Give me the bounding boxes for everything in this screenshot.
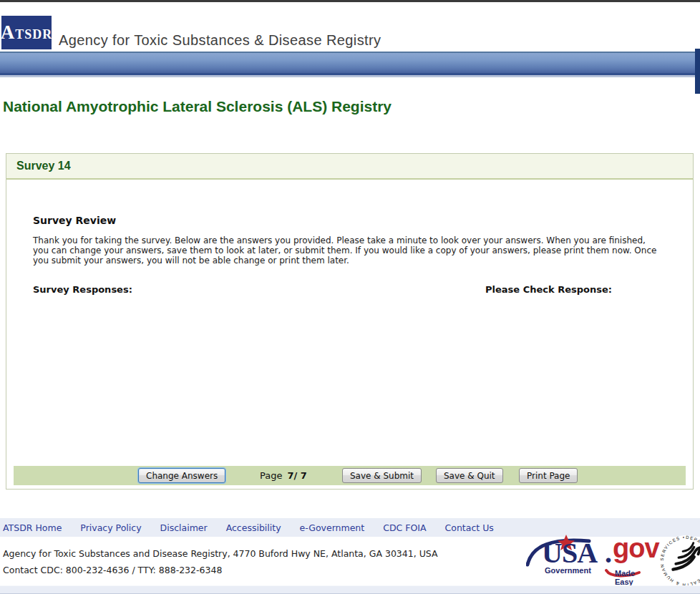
- footer-link-disclaimer[interactable]: Disclaimer: [160, 522, 208, 533]
- footer-address-line: Agency for Toxic Substances and Disease …: [3, 545, 438, 562]
- usagov-usa-text: USA: [542, 536, 597, 570]
- survey-intro-text: Thank you for taking the survey. Below a…: [33, 235, 657, 266]
- usagov-gov-text: gov: [613, 533, 659, 564]
- survey-panel: Survey 14 Survey Review Thank you for ta…: [6, 153, 694, 490]
- masthead: ATSDR Agency for Toxic Substances & Dise…: [0, 2, 700, 52]
- survey-panel-header: Survey 14: [6, 154, 693, 180]
- page-title: National Amyotrophic Lateral Sclerosis (…: [3, 98, 392, 115]
- page-indicator-label: Page: [260, 470, 282, 481]
- page-root: ATSDR Agency for Toxic Substances & Dise…: [0, 0, 700, 594]
- survey-review-heading: Survey Review: [33, 215, 116, 226]
- survey-responses-label: Survey Responses:: [33, 284, 132, 295]
- footer-link-e-government[interactable]: e-Government: [300, 522, 365, 533]
- blue-nav-bar-underline: [0, 75, 700, 77]
- footer-link-accessibility[interactable]: Accessibility: [226, 522, 281, 533]
- usagov-tagline-government: Government: [545, 566, 591, 575]
- footer-contact-line: Contact CDC: 800-232-4636 / TTY: 888-232…: [3, 562, 438, 578]
- change-answers-button[interactable]: Change Answers: [138, 468, 225, 483]
- footer-link-privacy-policy[interactable]: Privacy Policy: [80, 522, 141, 533]
- survey-panel-title: Survey 14: [16, 160, 71, 172]
- footer-link-atsdr-home[interactable]: ATSDR Home: [3, 522, 62, 533]
- save-and-submit-button[interactable]: Save & Submit: [342, 468, 422, 483]
- page-indicator-value: 7/ 7: [287, 470, 306, 481]
- please-check-response-label: Please Check Response:: [485, 284, 612, 295]
- print-page-button[interactable]: Print Page: [519, 468, 578, 483]
- blue-nav-bar: [0, 52, 700, 75]
- atsdr-logo-label: ATSDR: [1, 21, 53, 44]
- footer-link-cdc-foia[interactable]: CDC FOIA: [383, 522, 426, 533]
- bottom-strip: [0, 585, 700, 594]
- save-and-quit-button[interactable]: Save & Quit: [436, 468, 503, 483]
- usagov-tagline-made-easy: Made Easy: [615, 569, 653, 586]
- usagov-dot-text: .: [605, 536, 612, 570]
- footer-address: Agency for Toxic Substances and Disease …: [3, 545, 438, 578]
- hhs-seal-icon[interactable]: DEPARTMENT OF HEALTH & HUMAN SERVICES • …: [657, 533, 700, 589]
- blue-nav-bar-endcap: [695, 49, 700, 94]
- survey-action-bar: Change Answers Page7/ 7 Save & Submit Sa…: [14, 466, 686, 485]
- page-indicator: Page7/ 7: [260, 470, 307, 481]
- footer-link-contact-us[interactable]: Contact Us: [445, 522, 494, 533]
- usagov-logo[interactable]: USA . gov Government Made Easy: [526, 535, 653, 583]
- agency-name-text: Agency for Toxic Substances & Disease Re…: [59, 32, 381, 49]
- atsdr-logo[interactable]: ATSDR: [1, 16, 52, 49]
